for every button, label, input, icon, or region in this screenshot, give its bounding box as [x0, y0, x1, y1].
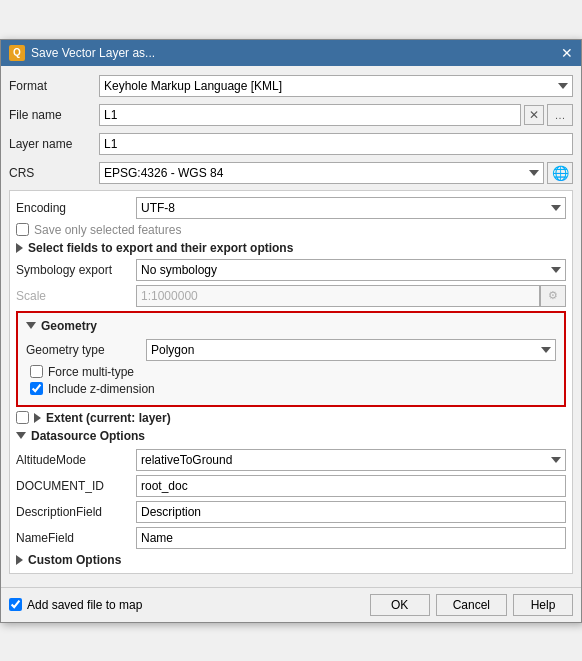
filename-control: ✕ … — [99, 104, 573, 126]
datasource-section: Datasource Options AltitudeMode relative… — [16, 429, 566, 549]
add-to-map-checkbox[interactable] — [9, 598, 22, 611]
docid-input[interactable] — [136, 475, 566, 497]
geometry-type-label: Geometry type — [26, 343, 146, 357]
namefield-row: NameField — [16, 527, 566, 549]
extent-checkbox[interactable] — [16, 411, 29, 424]
custom-arrow-icon — [16, 555, 23, 565]
crs-row: CRS EPSG:4326 - WGS 84 🌐 — [9, 161, 573, 185]
app-icon: Q — [9, 45, 25, 61]
scale-row: Scale 1:1000000 ⚙ — [16, 285, 566, 307]
extent-arrow-icon — [34, 413, 41, 423]
symbology-select[interactable]: No symbology — [136, 259, 566, 281]
filename-label: File name — [9, 108, 99, 122]
footer-left: Add saved file to map — [9, 598, 142, 612]
altitude-row: AltitudeMode relativeToGround — [16, 449, 566, 471]
layername-label: Layer name — [9, 137, 99, 151]
select-fields-header[interactable]: Select fields to export and their export… — [16, 241, 566, 255]
scale-select: 1:1000000 — [136, 285, 540, 307]
namefield-label: NameField — [16, 531, 136, 545]
encoding-row: Encoding UTF-8 — [16, 197, 566, 219]
filename-clear-button[interactable]: ✕ — [524, 105, 544, 125]
namefield-input[interactable] — [136, 527, 566, 549]
main-content: Format Keyhole Markup Language [KML] Fil… — [1, 66, 581, 587]
custom-header[interactable]: Custom Options — [16, 553, 566, 567]
force-multi-label: Force multi-type — [48, 365, 134, 379]
save-selected-row: Save only selected features — [16, 223, 566, 237]
format-label: Format — [9, 79, 99, 93]
symbology-row: Symbology export No symbology — [16, 259, 566, 281]
scale-settings-button: ⚙ — [540, 285, 566, 307]
crs-control: EPSG:4326 - WGS 84 🌐 — [99, 162, 573, 184]
geometry-section: Geometry Geometry type Polygon Force mul… — [16, 311, 566, 407]
crs-select[interactable]: EPSG:4326 - WGS 84 — [99, 162, 544, 184]
altitude-label: AltitudeMode — [16, 453, 136, 467]
crs-globe-button[interactable]: 🌐 — [547, 162, 573, 184]
footer-right: OK Cancel Help — [370, 594, 573, 616]
geometry-arrow-icon — [26, 322, 36, 329]
encoding-label: Encoding — [16, 201, 136, 215]
title-bar: Q Save Vector Layer as... ✕ — [1, 40, 581, 66]
crs-label: CRS — [9, 166, 99, 180]
scale-label: Scale — [16, 289, 136, 303]
datasource-arrow-icon — [16, 432, 26, 439]
main-window: Q Save Vector Layer as... ✕ Format Keyho… — [0, 39, 582, 623]
descfield-input[interactable] — [136, 501, 566, 523]
scroll-section[interactable]: Encoding UTF-8 Save only selected featur… — [9, 190, 573, 574]
geometry-type-row: Geometry type Polygon — [26, 339, 556, 361]
footer: Add saved file to map OK Cancel Help — [1, 587, 581, 622]
force-multi-row: Force multi-type — [30, 365, 556, 379]
cancel-button[interactable]: Cancel — [436, 594, 507, 616]
extent-header[interactable]: Extent (current: layer) — [46, 411, 171, 425]
symbology-label: Symbology export — [16, 263, 136, 277]
title-bar-left: Q Save Vector Layer as... — [9, 45, 155, 61]
window-title: Save Vector Layer as... — [31, 46, 155, 60]
select-fields-arrow-icon — [16, 243, 23, 253]
datasource-header[interactable]: Datasource Options — [16, 429, 566, 443]
include-z-label: Include z-dimension — [48, 382, 155, 396]
descfield-row: DescriptionField — [16, 501, 566, 523]
include-z-checkbox[interactable] — [30, 382, 43, 395]
force-multi-checkbox[interactable] — [30, 365, 43, 378]
altitude-select[interactable]: relativeToGround — [136, 449, 566, 471]
close-button[interactable]: ✕ — [561, 46, 573, 60]
geometry-header[interactable]: Geometry — [26, 319, 556, 333]
add-to-map-label[interactable]: Add saved file to map — [9, 598, 142, 612]
docid-label: DOCUMENT_ID — [16, 479, 136, 493]
include-z-row: Include z-dimension — [30, 382, 556, 396]
save-selected-checkbox[interactable] — [16, 223, 29, 236]
docid-row: DOCUMENT_ID — [16, 475, 566, 497]
descfield-label: DescriptionField — [16, 505, 136, 519]
format-select[interactable]: Keyhole Markup Language [KML] — [99, 75, 573, 97]
save-selected-label[interactable]: Save only selected features — [16, 223, 181, 237]
help-button[interactable]: Help — [513, 594, 573, 616]
layername-input[interactable] — [99, 133, 573, 155]
layername-control — [99, 133, 573, 155]
geometry-type-select[interactable]: Polygon — [146, 339, 556, 361]
filename-browse-button[interactable]: … — [547, 104, 573, 126]
format-control: Keyhole Markup Language [KML] — [99, 75, 573, 97]
layername-row: Layer name — [9, 132, 573, 156]
extent-row: Extent (current: layer) — [16, 411, 566, 425]
filename-row: File name ✕ … — [9, 103, 573, 127]
filename-input[interactable] — [99, 104, 521, 126]
format-row: Format Keyhole Markup Language [KML] — [9, 74, 573, 98]
ok-button[interactable]: OK — [370, 594, 430, 616]
encoding-select[interactable]: UTF-8 — [136, 197, 566, 219]
